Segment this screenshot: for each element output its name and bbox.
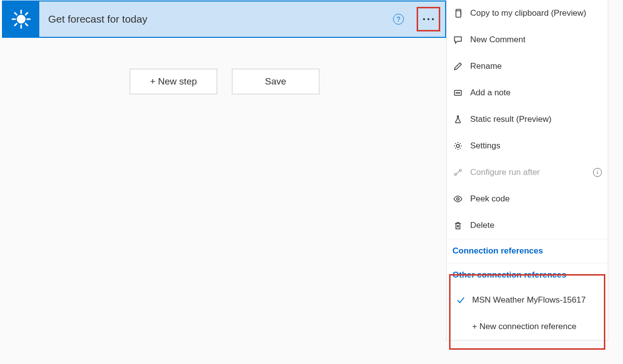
gear-icon	[453, 140, 463, 151]
new-connection-reference[interactable]: + New connection reference	[447, 313, 608, 340]
svg-point-15	[454, 173, 456, 175]
connection-reference-item[interactable]: MSN Weather MyFlows-15617	[447, 287, 608, 313]
menu-item-label: Delete	[470, 221, 494, 230]
more-options-button[interactable]	[417, 7, 440, 31]
context-menu: Copy to my clipboard (Preview) New Comme…	[446, 0, 608, 340]
menu-item-label: New Comment	[470, 35, 525, 45]
flow-designer-canvas: Get forecast for today ? + New step Save…	[0, 0, 623, 364]
note-icon	[453, 87, 463, 98]
svg-point-12	[457, 92, 458, 93]
ellipsis-icon	[423, 18, 434, 20]
new-step-label: + New step	[150, 76, 197, 87]
svg-point-13	[459, 92, 460, 93]
comment-icon	[453, 34, 463, 45]
svg-point-0	[17, 15, 26, 24]
save-button[interactable]: Save	[232, 69, 319, 94]
trash-icon	[453, 220, 463, 231]
menu-peek-code[interactable]: Peek code	[447, 186, 608, 212]
menu-configure-run-after: Configure run after i	[447, 159, 608, 186]
svg-point-11	[456, 92, 457, 93]
svg-line-8	[26, 13, 28, 15]
menu-new-comment[interactable]: New Comment	[447, 27, 608, 53]
connection-references-header: Connection references	[447, 239, 608, 263]
action-title: Get forecast for today	[48, 13, 393, 25]
help-icon[interactable]: ?	[393, 14, 404, 25]
menu-item-label: Peek code	[470, 194, 510, 204]
flask-icon	[453, 114, 463, 125]
menu-add-note[interactable]: Add a note	[447, 80, 608, 106]
svg-point-14	[456, 144, 459, 147]
menu-delete[interactable]: Delete	[447, 212, 608, 239]
new-connection-reference-label: + New connection reference	[472, 322, 576, 332]
menu-rename[interactable]: Rename	[447, 53, 608, 80]
save-label: Save	[265, 76, 286, 87]
svg-line-7	[15, 24, 17, 26]
menu-item-label: Copy to my clipboard (Preview)	[470, 8, 586, 18]
menu-settings[interactable]: Settings	[447, 133, 608, 159]
info-icon[interactable]: i	[593, 168, 602, 177]
connection-reference-label: MSN Weather MyFlows-15617	[472, 295, 586, 305]
pencil-icon	[453, 61, 463, 72]
menu-item-label: Configure run after	[470, 168, 540, 177]
run-after-icon	[453, 167, 463, 178]
new-step-button[interactable]: + New step	[130, 69, 217, 94]
svg-point-17	[457, 198, 459, 200]
svg-line-5	[15, 13, 17, 15]
svg-rect-9	[456, 11, 461, 17]
button-row: + New step Save	[130, 69, 319, 94]
menu-item-label: Rename	[470, 61, 502, 71]
action-card[interactable]: Get forecast for today ?	[2, 0, 446, 38]
other-connection-references-header: Other connection references	[447, 263, 608, 287]
menu-copy-clipboard[interactable]: Copy to my clipboard (Preview)	[447, 0, 608, 27]
menu-item-label: Static result (Preview)	[470, 114, 551, 124]
menu-item-label: Settings	[470, 141, 500, 151]
eye-icon	[453, 194, 463, 204]
svg-line-6	[26, 24, 28, 26]
menu-static-result[interactable]: Static result (Preview)	[447, 106, 608, 133]
menu-item-label: Add a note	[470, 88, 510, 98]
check-icon	[455, 295, 466, 306]
weather-icon	[3, 1, 39, 37]
svg-point-16	[459, 169, 461, 171]
copy-icon	[453, 8, 463, 19]
